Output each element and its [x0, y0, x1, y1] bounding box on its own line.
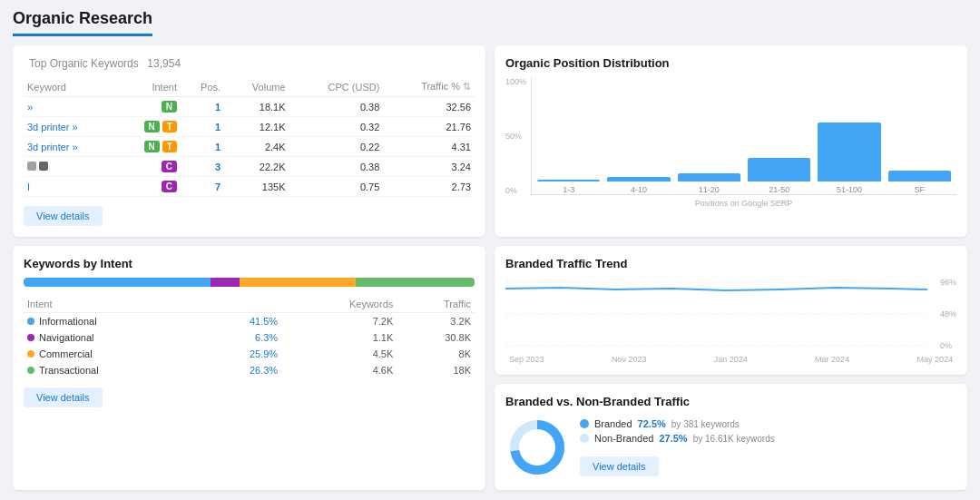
intent-keywords-cell: 7.2K: [281, 313, 397, 330]
table-row: »N 118.1K0.3832.56: [24, 97, 475, 117]
branded-legend-row: Branded 72.5% by 381 keywords: [580, 418, 956, 429]
pos-bar: [818, 123, 880, 181]
intent-cell: N T: [116, 117, 181, 137]
pos-bar-label: 51-100: [837, 185, 862, 194]
intent-keywords-cell: 4.6K: [281, 362, 397, 378]
intent-view-details-button[interactable]: View details: [24, 387, 103, 407]
col-intent-label: Intent: [24, 296, 201, 313]
pos-bar: [888, 171, 951, 181]
branded-pct: 72.5%: [638, 418, 666, 429]
intent-pct-cell: 41.5%: [201, 313, 282, 330]
position-distribution-card: Organic Position Distribution 100% 50% 0…: [495, 45, 967, 237]
pos-ylabels: 100% 50% 0%: [505, 77, 526, 195]
intent-segment: [240, 278, 357, 287]
table-row: 3d printer »N T 112.1K0.3221.76: [24, 117, 475, 137]
cpc-cell: 0.22: [289, 137, 384, 157]
keyword-cell: I: [24, 177, 116, 197]
pos-bar: [748, 158, 810, 181]
intent-name-cell: Transactional: [24, 362, 201, 378]
branded-trend-title: Branded Traffic Trend: [505, 257, 956, 270]
keywords-count: 13,954: [147, 57, 181, 70]
col-volume: Volume: [224, 77, 289, 97]
pos-cell: 1: [181, 137, 224, 157]
intent-cell: C: [116, 177, 181, 197]
pos-bar: [537, 180, 600, 181]
intent-keywords-cell: 4.5K: [281, 346, 397, 362]
pos-bar-wrap: 4-10: [607, 77, 670, 194]
pos-bar: [678, 173, 740, 181]
intent-segment: [24, 278, 211, 287]
trend-xlabels: Sep 2023 Nov 2023 Jan 2024 Mar 2024 May …: [505, 355, 956, 364]
top-keywords-title: Top Organic Keywords 13,954: [24, 56, 475, 70]
pos-cell: 1: [181, 117, 224, 137]
donut-legend: Branded 72.5% by 381 keywords Non-Brande…: [580, 418, 956, 476]
cpc-cell: 0.32: [289, 117, 384, 137]
pos-x-label: Positions on Google SERP: [531, 199, 956, 208]
pos-cell: 3: [181, 157, 224, 177]
page-title: Organic Research: [13, 9, 152, 36]
position-distribution-title: Organic Position Distribution: [505, 56, 956, 70]
cpc-cell: 0.75: [289, 177, 384, 197]
nonbranded-pct: 27.5%: [659, 433, 687, 444]
filter-icon[interactable]: ⇅: [463, 81, 471, 92]
branded-view-details-button[interactable]: View details: [580, 456, 659, 476]
list-item: Informational41.5%7.2K3.2K: [24, 313, 475, 330]
branded-dot: [580, 419, 589, 428]
keyword-cell: 3d printer »: [24, 117, 116, 137]
intent-pct-cell: 25.9%: [201, 346, 282, 362]
position-chart: 1-34-1011-2021-5051-100SF: [531, 77, 956, 195]
pos-bar-wrap: 11-20: [678, 77, 740, 194]
list-item: Commercial25.9%4.5K8K: [24, 346, 475, 362]
intent-cell: C: [116, 157, 181, 177]
donut-chart: [505, 416, 569, 479]
volume-cell: 12.1K: [224, 117, 289, 137]
pos-bar-label: 21-50: [769, 185, 789, 194]
col-cpc: CPC (USD): [289, 77, 384, 97]
intent-pct-cell: 6.3%: [201, 329, 282, 346]
pos-cell: 1: [181, 97, 224, 117]
intent-dot: [27, 318, 34, 325]
traffic-cell: 2.73: [383, 177, 475, 197]
col-traffic: Traffic % ⇅: [383, 77, 475, 97]
intent-pct-cell: 26.3%: [201, 362, 282, 378]
pos-cell: 7: [181, 177, 224, 197]
nonbranded-label: Non-Branded: [594, 433, 653, 444]
pos-bar-wrap: 51-100: [818, 77, 880, 194]
branded-label: Branded: [594, 418, 632, 429]
intent-cell: N: [116, 97, 181, 117]
volume-cell: 18.1K: [224, 97, 289, 117]
pos-bar-wrap: SF: [888, 77, 951, 194]
traffic-cell: 32.56: [383, 97, 475, 117]
intent-dot: [27, 367, 34, 374]
donut-section: Branded 72.5% by 381 keywords Non-Brande…: [505, 416, 956, 479]
intent-traffic-cell: 8K: [397, 346, 475, 362]
intent-name-cell: Navigational: [24, 329, 201, 346]
col-pos: Pos.: [181, 77, 224, 97]
nonbranded-detail: by 16.61K keywords: [693, 434, 775, 444]
col-intent-traffic: Traffic: [397, 296, 475, 313]
intent-traffic-cell: 18K: [397, 362, 475, 378]
table-row: C 322.2K0.383.24: [24, 157, 475, 177]
pos-bar-wrap: 1-3: [537, 77, 600, 194]
pos-bar-label: 4-10: [631, 185, 647, 194]
intent-segment: [211, 278, 239, 287]
col-keyword: Keyword: [24, 77, 116, 97]
branded-trend-card: Branded Traffic Trend 96% 48% 0%: [495, 246, 967, 375]
intent-cell: N T: [116, 137, 181, 157]
keywords-view-details-button[interactable]: View details: [24, 206, 103, 226]
trend-chart: [505, 278, 927, 350]
cpc-cell: 0.38: [289, 157, 384, 177]
col-intent-keywords: Keywords: [281, 296, 397, 313]
col-intent: Intent: [116, 77, 181, 97]
intent-traffic-cell: 30.8K: [397, 329, 475, 346]
list-item: Navigational6.3%1.1K30.8K: [24, 329, 475, 346]
intent-keywords-cell: 1.1K: [281, 329, 397, 346]
nonbranded-legend-row: Non-Branded 27.5% by 16.61K keywords: [580, 433, 956, 444]
pos-bar-label: SF: [915, 185, 926, 194]
pos-bar-label: 11-20: [699, 185, 720, 194]
nonbranded-dot: [580, 434, 589, 443]
keywords-table: Keyword Intent Pos. Volume CPC (USD) Tra…: [24, 77, 475, 197]
trend-ylabels: 96% 48% 0%: [940, 278, 956, 350]
pos-bar-label: 1-3: [563, 185, 574, 194]
volume-cell: 22.2K: [224, 157, 289, 177]
